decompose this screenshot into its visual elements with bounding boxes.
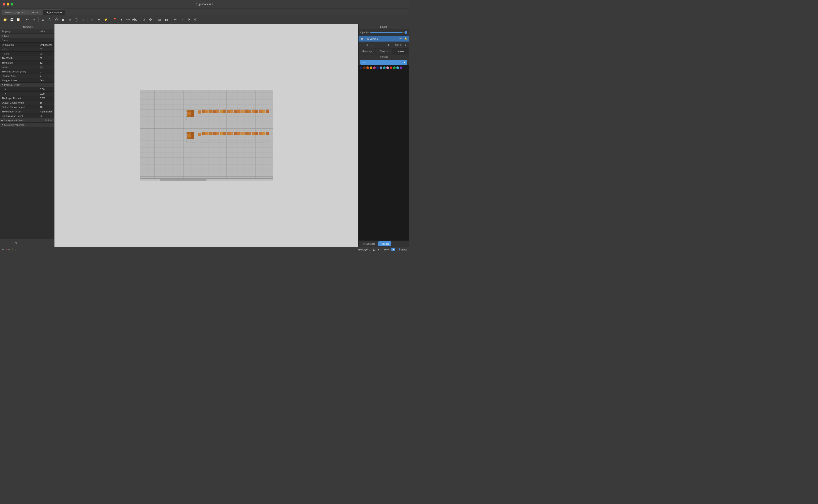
remove-property-button[interactable]: − [8, 241, 12, 245]
canvas-scrollbar-h[interactable] [140, 179, 273, 181]
section-parallax[interactable]: ▼ Parallax Origin [0, 83, 54, 87]
prop-hex-side[interactable]: Tile Side Length (Hex) 0 [0, 69, 54, 74]
fill-button[interactable]: ◼ [60, 16, 66, 23]
stamp-button[interactable]: 🔨 [47, 16, 53, 23]
duplicate-layer-button[interactable]: ⎘ [365, 43, 370, 48]
magic-wand-button[interactable]: ✦ [96, 16, 102, 23]
prop-tile-layer-format[interactable]: Tile Layer Format CSV [0, 96, 54, 100]
ellipse-button[interactable]: ◯ [73, 16, 80, 23]
bucket-button[interactable]: ⚡ [102, 16, 109, 23]
flip-h-button[interactable]: ⇔ [172, 16, 178, 23]
tab-primary[interactable]: *1_primary.tmx [43, 10, 65, 15]
minimize-button[interactable] [7, 3, 9, 6]
edit-property-button[interactable]: ✎ [14, 241, 19, 245]
snap-button[interactable]: ⊟ [156, 16, 163, 23]
maximize-button[interactable] [11, 3, 13, 6]
add-property-button[interactable]: + [2, 241, 6, 245]
layer-down-icon[interactable]: ▼ [377, 248, 380, 251]
section-custom[interactable]: ▼ Custom Properties [0, 123, 54, 127]
prop-tro-name: Tile Render Order [0, 110, 39, 113]
dropdown-arrow-icon: ▼ [403, 61, 406, 64]
svg-rect-8 [198, 110, 201, 114]
move-button[interactable]: ✛ [147, 16, 154, 23]
prop-compression[interactable]: Compression Level -1 [0, 114, 54, 118]
text-button[interactable]: Abc [132, 16, 138, 23]
tab-terrain-sets[interactable]: Terrain Sets [360, 241, 377, 246]
scrollbar-thumb-h[interactable] [160, 179, 207, 181]
remove-layer-button[interactable]: − [381, 43, 386, 48]
prop-orientation[interactable]: Orientation Orthogonal [0, 43, 54, 47]
prop-output-chunk-height[interactable]: Output Chunk Height 16 [0, 105, 54, 109]
file-open-button[interactable]: 📁 [2, 16, 8, 23]
status-right: Tile Layer 1 ▲ ▼ 66 % ▼ ℹ News [358, 248, 407, 251]
prop-infinite[interactable]: Infinite [0, 65, 54, 69]
prop-tile-width[interactable]: Tile Width 32 [0, 56, 54, 60]
arrow-down-button[interactable]: ▼ [118, 16, 124, 23]
prop-height[interactable]: Height 25 [0, 52, 54, 56]
layer-select-button[interactable]: ⊞ [40, 16, 46, 23]
undo-button[interactable]: ↩ [24, 16, 30, 23]
rotate-cw-button[interactable]: ↻ [186, 16, 192, 23]
tile-pink-1 [373, 66, 376, 69]
layers-header: Layers [359, 24, 409, 29]
rotate-ccw-button[interactable]: ↺ [192, 16, 198, 23]
tab-ores[interactable]: ores.tsx [28, 10, 43, 15]
lock-icon[interactable]: 🔒 [404, 37, 407, 40]
prop-parallax-y[interactable]: Y 0.00 [0, 92, 54, 96]
tab-objects[interactable]: Objects [375, 48, 392, 54]
flip-v-button[interactable]: ⇕ [179, 16, 185, 23]
eye-icon[interactable]: 👁 [399, 37, 402, 40]
tab-layers[interactable]: Layers [392, 48, 409, 54]
settings-button[interactable]: ⚙ [141, 16, 147, 23]
path-button[interactable]: 〰 [125, 16, 131, 23]
layer-up-icon[interactable]: ▲ [372, 248, 375, 251]
zoom-dropdown[interactable]: ▼ [391, 248, 395, 251]
select-button[interactable]: ⊹ [89, 16, 95, 23]
prop-parallax-x[interactable]: X 0.00 [0, 87, 54, 92]
terrain-button[interactable]: ⬡ [53, 16, 60, 23]
save-button[interactable]: 💾 [8, 16, 15, 23]
prop-tile-height[interactable]: Tile Height 32 [0, 60, 54, 65]
news-section: ℹ News [399, 248, 407, 251]
properties-panel: Properties Property Value ▼ Map Class Or… [0, 24, 54, 247]
tileset-dropdown[interactable]: ores ▼ [360, 60, 407, 65]
prop-stagger-index[interactable]: Stagger Index Odd [0, 78, 54, 83]
merge-down-button[interactable]: ⬇ [386, 43, 391, 48]
redo-button[interactable]: ↪ [31, 16, 37, 23]
right-panel: Layers Opacity ▦ Tile Layer 1 👁 🔒 + ⎘ ↑ [358, 24, 409, 247]
tab-tilesets[interactable]: Tilesets [378, 241, 391, 246]
tab-minimap[interactable]: Mini-map [359, 48, 375, 54]
toolbar: 📁 💾 📋 ↩ ↪ ⊞ 🔨 ⬡ ◼ ▭ ◯ ✕ ⊹ ✦ ⚡ 📍 ▼ 〰 Abc … [0, 15, 409, 24]
layer-item-1[interactable]: ▦ Tile Layer 1 👁 🔒 [359, 36, 409, 42]
tilesets-section: Tilesets ores ▼ [359, 54, 409, 247]
prop-stagger-axis[interactable]: Stagger Axis Y [0, 74, 54, 78]
warning-icon: ⚠ [12, 248, 14, 251]
opacity-slider[interactable] [370, 32, 407, 33]
close-button[interactable] [3, 3, 5, 6]
rect-button[interactable]: ▭ [67, 16, 73, 23]
save-as-button[interactable]: 📋 [15, 16, 21, 23]
add-layer-button[interactable]: + [359, 43, 364, 48]
prop-width[interactable]: Width 37 [0, 47, 54, 52]
status-sep-2 [397, 248, 397, 251]
move-up-button[interactable]: ↑ [370, 43, 375, 48]
eraser-button[interactable]: ✕ [80, 16, 86, 23]
pin-button[interactable]: 📍 [112, 16, 118, 23]
section-map[interactable]: ▼ Map [0, 34, 54, 38]
infinite-checkbox[interactable] [40, 66, 42, 68]
layer-view-button[interactable]: ◧ [163, 16, 169, 23]
prop-infinite-name: Infinite [0, 66, 39, 68]
svg-rect-43 [241, 132, 244, 135]
prop-tile-render-order[interactable]: Tile Render Order Right Down [0, 109, 54, 114]
move-down-button[interactable]: ↓ [375, 43, 380, 48]
tile-pink-2 [386, 66, 389, 69]
prop-ocw-name: Output Chunk Width [0, 101, 39, 104]
section-bgcolor[interactable]: ▶ Background Color Not set [0, 118, 54, 123]
layer-label: Tile Layer 1 [358, 248, 371, 251]
canvas-area[interactable] [54, 24, 358, 247]
tileset-view[interactable] [359, 65, 409, 240]
prop-output-chunk-width[interactable]: Output Chunk Width 16 [0, 100, 54, 105]
zoom-dropdown-button[interactable]: ▼ [403, 43, 408, 48]
prop-class[interactable]: Class [0, 38, 54, 43]
tab-asteroid[interactable]: asteroid_large.tmx [2, 10, 28, 15]
